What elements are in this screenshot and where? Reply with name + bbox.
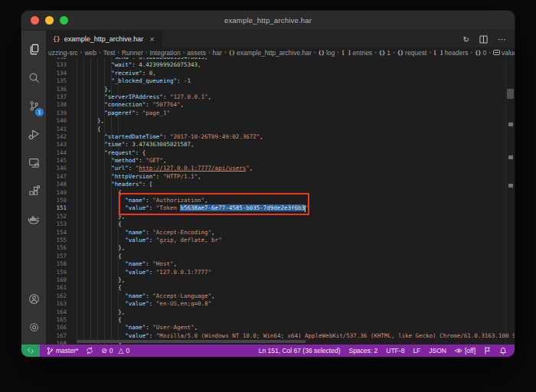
line-number[interactable]: 153 [46, 220, 67, 228]
code-line[interactable]: 149 { [46, 189, 505, 197]
line-number[interactable]: 145 [46, 157, 67, 165]
line-number[interactable]: 161 [46, 284, 67, 292]
code-line[interactable]: 154 "name": "Accept-Encoding", [46, 229, 505, 237]
line-number[interactable]: 166 [46, 324, 67, 332]
source-control-icon[interactable]: 1 [21, 92, 46, 120]
more-actions-icon[interactable]: ⋯ [498, 34, 506, 44]
code-line[interactable]: 161 { [46, 284, 505, 292]
code-line[interactable]: 162 "name": "Accept-Language", [46, 292, 505, 300]
code-line[interactable]: 141 { [46, 126, 505, 133]
horizontal-scrollbar[interactable] [77, 340, 306, 343]
vertical-scrollbar[interactable] [505, 57, 515, 345]
line-number[interactable]: 136 [46, 86, 67, 93]
code-line[interactable]: 148 "headers": [ [46, 181, 505, 188]
breadcrumb-item[interactable]: {}request [397, 49, 427, 57]
code-line[interactable]: 152 }, [46, 213, 505, 220]
code-line[interactable]: 163 "value": "en-US,en;q=0.8" [46, 300, 505, 308]
line-number[interactable]: 148 [46, 181, 67, 188]
code-line[interactable]: 145 "method": "GET", [46, 157, 505, 165]
breadcrumb[interactable]: uzzing-src›web›Test›Runner›Integration›a… [46, 47, 515, 57]
code-line[interactable]: 166 "name": "User-Agent", [46, 324, 505, 332]
line-number[interactable]: 147 [46, 173, 67, 181]
line-number[interactable]: 162 [46, 292, 67, 300]
line-number[interactable]: 154 [46, 229, 67, 237]
breadcrumb-item[interactable]: {}1 [379, 49, 391, 57]
line-number[interactable]: 152 [46, 213, 67, 220]
tab-close-icon[interactable]: × [149, 35, 154, 44]
line-number[interactable]: 142 [46, 133, 67, 141]
code-line[interactable]: 139 "pageref": "page_1" [46, 109, 505, 117]
code-line[interactable]: 147 "httpVersion": "HTTP/1.1", [46, 173, 505, 181]
line-number[interactable]: 156 [46, 244, 67, 252]
line-number[interactable]: 157 [46, 253, 67, 260]
close-window-icon[interactable] [31, 16, 39, 24]
cursor-position-item[interactable]: Ln 151, Col 67 (36 selected) [259, 347, 341, 354]
breadcrumb-item[interactable]: web [84, 49, 96, 57]
line-number[interactable]: 150 [46, 197, 67, 204]
line-number[interactable]: 140 [46, 117, 67, 125]
line-number[interactable]: 141 [46, 126, 67, 133]
remote-explorer-icon[interactable] [21, 149, 46, 177]
code-editor[interactable]: 132 "send": 0.10200000939470013,133 "wai… [46, 57, 515, 345]
code-line[interactable]: 137 "serverIPAddress": "127.0.0.1", [46, 93, 505, 101]
breadcrumb-item[interactable]: Runner [122, 49, 143, 57]
line-number[interactable]: 135 [46, 77, 67, 85]
line-number[interactable]: 158 [46, 260, 67, 268]
indentation-item[interactable]: Spaces: 2 [348, 347, 377, 354]
highlight-toggle-item[interactable]: [off] [455, 347, 476, 354]
docker-icon[interactable] [21, 205, 46, 234]
breadcrumb-item[interactable]: {}example_http_archive.har [229, 49, 312, 57]
code-line[interactable]: 155 "value": "gzip, deflate, br" [46, 237, 505, 244]
line-number[interactable]: 137 [46, 93, 67, 101]
line-number[interactable]: 143 [46, 141, 67, 149]
breadcrumb-item[interactable]: {}log [318, 49, 335, 57]
breadcrumb-item[interactable]: {}0 [475, 49, 486, 57]
settings-gear-icon[interactable] [21, 313, 46, 341]
breadcrumb-item[interactable]: Test [103, 49, 116, 57]
code-line[interactable]: 135 "_blocked_queueing": -1 [46, 77, 505, 85]
line-number[interactable]: 134 [46, 70, 67, 77]
breadcrumb-item[interactable]: [ ]headers [433, 49, 468, 57]
tab-example-http-archive[interactable]: {} example_http_archive.har × [46, 31, 162, 47]
sync-button[interactable] [86, 347, 93, 354]
scrollbar-thumb[interactable] [507, 89, 514, 99]
encoding-item[interactable]: UTF-8 [386, 347, 404, 354]
code-line[interactable]: 158 "name": "Host", [46, 260, 505, 268]
breadcrumb-item[interactable]: value [493, 49, 515, 57]
feedback-flag-icon[interactable] [484, 347, 491, 354]
code-line[interactable]: 153 { [46, 220, 505, 228]
code-line[interactable]: 140 }, [46, 117, 505, 125]
extensions-icon[interactable] [21, 177, 46, 205]
line-number[interactable]: 138 [46, 101, 67, 109]
code-line[interactable]: 157 { [46, 253, 505, 260]
minimize-window-icon[interactable] [45, 16, 54, 24]
line-number[interactable]: 149 [46, 189, 67, 197]
search-icon[interactable] [21, 64, 46, 92]
breadcrumb-item[interactable]: uzzing-src [48, 49, 78, 57]
explorer-icon[interactable] [21, 35, 46, 64]
line-number[interactable]: 144 [46, 149, 67, 157]
code-line[interactable]: 150 "name": "Authorization", [46, 197, 505, 204]
run-debug-icon[interactable] [21, 120, 46, 149]
line-number[interactable]: 160 [46, 276, 67, 284]
line-number[interactable]: 155 [46, 237, 67, 244]
line-number[interactable]: 133 [46, 61, 67, 69]
line-number[interactable]: 139 [46, 109, 67, 117]
account-icon[interactable] [21, 285, 46, 313]
git-branch-item[interactable]: master* [46, 347, 78, 355]
problems-item[interactable]: ⊘ 0 △ 0 [101, 347, 129, 354]
line-number[interactable]: 164 [46, 309, 67, 316]
code-line[interactable]: 159 "value": "127.0.0.1:7777" [46, 269, 505, 276]
language-mode-item[interactable]: JSON [429, 347, 446, 354]
line-number[interactable]: 159 [46, 269, 67, 276]
notifications-bell-icon[interactable] [499, 347, 507, 354]
code-line[interactable]: 143 "time": 3.474363005021587, [46, 141, 505, 149]
code-line[interactable]: 160 }, [46, 276, 505, 284]
code-line[interactable]: 133 "wait": 4.423999926075343, [46, 61, 505, 69]
open-changes-icon[interactable]: ↻ [463, 35, 469, 44]
line-number[interactable]: 146 [46, 165, 67, 172]
line-number[interactable]: 168 [46, 340, 67, 345]
breadcrumb-item[interactable]: har [213, 49, 222, 57]
zoom-window-icon[interactable] [60, 16, 68, 24]
eol-item[interactable]: LF [413, 347, 420, 354]
